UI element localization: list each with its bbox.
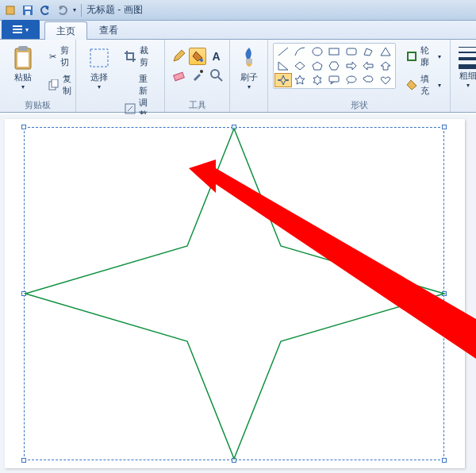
svg-marker-25 [381, 48, 390, 56]
qat-undo-button[interactable] [38, 3, 52, 17]
tool-magnifier[interactable] [208, 67, 225, 84]
chevron-down-icon: ▾ [21, 83, 25, 90]
copy-button[interactable]: 复制 [44, 71, 77, 98]
paint-app-icon[interactable] [3, 3, 17, 17]
tool-picker[interactable] [189, 67, 206, 84]
svg-rect-19 [246, 59, 252, 63]
canvas[interactable] [5, 119, 465, 468]
svg-rect-6 [13, 32, 22, 33]
ribbon: 粘贴 ▾ ✂ 剪切 复制 剪贴板 [0, 40, 476, 113]
outline-label: 轮廓 [420, 44, 435, 68]
svg-rect-4 [13, 25, 22, 27]
svg-marker-39 [25, 129, 444, 459]
svg-rect-36 [329, 76, 339, 82]
shape-callout-oval[interactable] [343, 73, 360, 87]
shape-arrow-up[interactable] [377, 59, 394, 73]
svg-point-16 [200, 70, 203, 73]
group-brushes: 刷子 ▾ [230, 40, 268, 112]
group-size-label [455, 99, 476, 110]
shape-oval[interactable] [309, 44, 326, 59]
shape-pentagon[interactable] [309, 59, 326, 73]
paste-button[interactable]: 粘贴 ▾ [5, 43, 41, 93]
svg-rect-0 [6, 6, 14, 14]
shapes-gallery[interactable] [273, 43, 396, 89]
tab-view[interactable]: 查看 [87, 21, 130, 39]
tool-pencil[interactable] [170, 48, 187, 65]
menu-icon [13, 25, 22, 34]
outline-icon [406, 50, 417, 63]
svg-marker-30 [347, 62, 356, 70]
shape-arrow-left[interactable] [360, 59, 378, 73]
shape-rect[interactable] [326, 44, 344, 59]
group-brushes-label [235, 99, 263, 110]
shape-curve[interactable] [292, 44, 309, 59]
svg-marker-28 [313, 62, 322, 70]
shape-outline-button[interactable]: 轮廓▾ [402, 43, 445, 70]
shape-line[interactable] [274, 44, 292, 59]
svg-marker-34 [295, 75, 305, 84]
crop-button[interactable]: 裁剪 [121, 43, 159, 70]
copy-icon [48, 79, 60, 91]
copy-label: 复制 [63, 73, 73, 97]
qat-redo-button[interactable] [56, 3, 70, 17]
group-clipboard: 粘贴 ▾ ✂ 剪切 复制 剪贴板 [0, 40, 76, 112]
size-button[interactable]: 粗细 ▾ [451, 43, 477, 91]
title-separator [81, 4, 82, 17]
cut-button[interactable]: ✂ 剪切 [44, 43, 77, 70]
svg-rect-15 [173, 72, 184, 81]
drawn-shape-4star [5, 119, 465, 468]
svg-rect-8 [18, 46, 28, 51]
fill-icon [406, 79, 417, 91]
shape-callout-rect[interactable] [326, 73, 344, 87]
file-menu-button[interactable]: ▾ [2, 20, 40, 39]
svg-line-18 [218, 77, 222, 81]
shape-triangle[interactable] [377, 44, 394, 59]
svg-rect-22 [329, 48, 339, 55]
qat-save-button[interactable] [21, 3, 35, 17]
select-label: 选择 [90, 72, 108, 82]
svg-rect-2 [25, 6, 31, 10]
title-bar: ▾ 无标题 - 画图 [0, 0, 476, 21]
group-tools: A 工具 [165, 40, 230, 112]
shape-fill-button[interactable]: 填充▾ [402, 71, 445, 98]
shape-callout-cloud[interactable] [360, 73, 378, 87]
svg-rect-11 [52, 79, 58, 87]
shape-6star[interactable] [309, 73, 326, 87]
tool-eraser[interactable] [170, 67, 187, 84]
svg-rect-38 [408, 52, 416, 60]
group-shapes: 轮廓▾ 填充▾ 形状 [268, 40, 451, 112]
shape-polygon[interactable] [360, 44, 378, 59]
shape-hexagon[interactable] [326, 59, 344, 73]
svg-marker-32 [381, 62, 390, 70]
shape-right-triangle[interactable] [274, 59, 292, 73]
svg-rect-23 [347, 48, 356, 55]
crop-label: 裁剪 [140, 44, 155, 68]
tab-home[interactable]: 主页 [44, 21, 87, 40]
shape-5star[interactable] [292, 73, 309, 87]
chevron-down-icon: ▾ [98, 83, 101, 90]
svg-marker-26 [278, 62, 288, 70]
tool-fill[interactable] [189, 48, 206, 65]
svg-point-21 [313, 48, 322, 56]
paste-label: 粘贴 [14, 72, 32, 82]
shape-heart[interactable] [377, 73, 394, 87]
select-button[interactable]: 选择 ▾ [81, 43, 117, 93]
shape-diamond[interactable] [292, 59, 309, 73]
shape-4star[interactable] [274, 73, 292, 87]
chevron-down-icon: ▾ [25, 26, 29, 33]
brush-icon [236, 45, 262, 71]
svg-line-20 [278, 48, 288, 56]
group-shapes-label: 形状 [273, 99, 445, 110]
size-label: 粗细 [459, 71, 477, 80]
tool-text[interactable]: A [208, 48, 225, 65]
selection-icon [86, 45, 112, 71]
brushes-button[interactable]: 刷子 ▾ [231, 43, 267, 93]
shape-roundrect[interactable] [343, 44, 360, 59]
group-size: 粗细 ▾ [451, 40, 476, 112]
svg-marker-31 [363, 62, 373, 70]
svg-marker-33 [278, 75, 289, 85]
clipboard-icon [10, 45, 36, 71]
shape-arrow-right[interactable] [343, 59, 360, 73]
qat-customize-caret[interactable]: ▾ [73, 6, 76, 13]
svg-rect-3 [25, 11, 30, 15]
